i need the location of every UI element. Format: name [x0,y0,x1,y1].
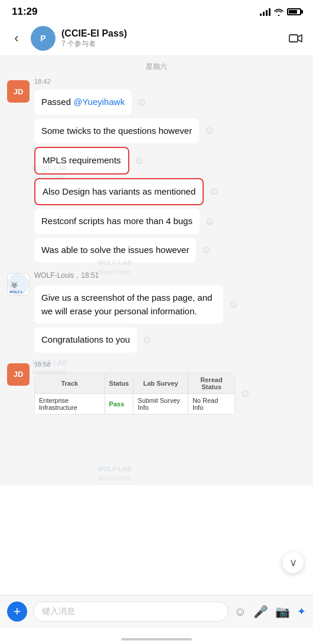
col-reread: Reread Status [188,373,234,393]
message-group-jd-1842: JD 18:42 Passed @Yueyihawk ☺ Some twicks… [7,78,306,262]
bubble-congratulations: Congratulations to you [34,327,137,353]
col-status: Status [105,373,133,393]
status-time: 11:29 [12,6,37,18]
emoji-1: ☺ [136,96,147,109]
bubble-restconf: Restconf scripts has more than 4 bugs [34,209,200,234]
video-call-button[interactable] [287,32,305,45]
jd-avatar: JD [7,80,30,103]
bubble-row-4: Also Design has variants as mentioned ☺ [34,178,306,206]
emoji-4: ☺ [208,185,219,198]
battery-icon [287,8,301,15]
bubble-issues: Was able to solve the issues however [34,238,196,263]
cell-reread: No Read Info [188,393,234,414]
message-input[interactable]: 键入消息 [33,602,229,622]
home-indicator [121,638,192,640]
status-bar: 11:29 [0,0,313,21]
svg-text:WOLF-L: WOLF-L [9,290,24,294]
bubble-mpls: MPLS requirements [34,147,129,175]
bubble-twicks: Some twicks to the questions however [34,119,199,144]
nav-title: (CCIE-EI Pass) [61,28,281,39]
jd-message-content: 18:42 Passed @Yueyihawk ☺ Some twicks to… [34,78,306,262]
nav-subtitle: 7 个参与者 [61,39,281,49]
bubble-row-2: Some twicks to the questions however ☺ [34,119,306,144]
status-icons [260,8,301,16]
bubble-screenshot: Give us a screenshot of the pass page, a… [34,285,223,324]
wolf-message-content: WOLF-Louis，18:51 Give us a screenshot of… [34,271,306,353]
table-card: Track Status Lab Survey Reread Status En… [34,373,235,415]
input-icon-group: ☺ 🎤 📷 ✦ [234,604,306,619]
back-button[interactable]: ‹ [8,31,25,46]
jd-avatar-2: JD [7,363,30,386]
table-row: Enterprise Infrastructure Pass Submit Su… [35,393,235,414]
emoji-wolf-2: ☺ [142,334,152,346]
bubble-row-6: Was able to solve the issues however ☺ [34,238,306,263]
jd-message-content-2: 18:58 Track Status Lab Survey Reread Sta… [34,361,306,415]
input-placeholder: 键入消息 [42,606,75,617]
svg-text:🐺: 🐺 [11,281,18,289]
emoji-table: ☺ [240,387,250,400]
col-lab-survey: Lab Survey [133,373,188,393]
add-button[interactable]: + [7,602,27,622]
signal-icon [260,8,270,16]
emoji-button[interactable]: ☺ [234,605,246,619]
bubble-passed: Passed @Yueyihawk [34,90,132,115]
input-bar: + 键入消息 ☺ 🎤 📷 ✦ [0,595,313,627]
jd-timestamp-1842: 18:42 [34,78,306,85]
bubble-row-3: MPLS requirements ☺ [34,147,306,175]
bubble-design: Also Design has variants as mentioned [34,178,204,206]
wifi-icon [274,8,283,16]
cell-status: Pass [105,393,133,414]
sparkle-button[interactable]: ✦ [297,605,306,618]
message-group-wolf-1851: 🐺 WOLF-L WOLF-Louis，18:51 Give us a scre… [7,271,306,353]
group-avatar: P [31,26,56,51]
jd-timestamp-1858: 18:58 [34,361,306,368]
chat-area: WOLF-LAB 南狼技术实验室 WOLF-LAB 南狼技术实验室 WOLF-L… [0,56,313,485]
nav-bar: ‹ P (CCIE-EI Pass) 7 个参与者 [0,21,313,56]
cell-track: Enterprise Infrastructure [35,393,105,414]
wolf-sender-name: WOLF-Louis，18:51 [34,271,306,281]
svg-rect-0 [289,35,298,42]
svg-text:南狼技术实验室: 南狼技术实验室 [97,476,131,481]
col-track: Track [35,373,105,393]
scroll-down-button[interactable]: ∨ [282,552,304,573]
day-divider: 星期六 [7,56,306,78]
emoji-3: ☺ [134,155,145,167]
wolf-avatar: 🐺 WOLF-L [7,273,30,295]
emoji-wolf-1: ☺ [228,298,239,311]
svg-text:WOLF-LAB: WOLF-LAB [97,465,132,472]
message-group-jd-1858: JD 18:58 Track Status Lab Survey Reread … [7,361,306,415]
emoji-5: ☺ [204,215,215,228]
camera-button[interactable]: 📷 [275,604,290,619]
result-table: Track Status Lab Survey Reread Status En… [34,373,235,415]
nav-info: (CCIE-EI Pass) 7 个参与者 [61,28,281,49]
bubble-row-5: Restconf scripts has more than 4 bugs ☺ [34,209,306,234]
wolf-bubble-row-2: Congratulations to you ☺ [34,327,306,353]
mention-yueyihawk: @Yueyihawk [73,97,125,107]
bubble-row-1: Passed @Yueyihawk ☺ [34,90,306,115]
table-bubble-row: Track Status Lab Survey Reread Status En… [34,373,306,415]
emoji-2: ☺ [204,124,214,137]
mic-button[interactable]: 🎤 [253,604,268,619]
watermark-4: WOLF-LAB 南狼技术实验室 [94,457,142,485]
wolf-bubble-row-1: Give us a screenshot of the pass page, a… [34,285,306,324]
cell-lab-survey: Submit Survey Info [133,393,188,414]
emoji-6: ☺ [201,244,211,256]
